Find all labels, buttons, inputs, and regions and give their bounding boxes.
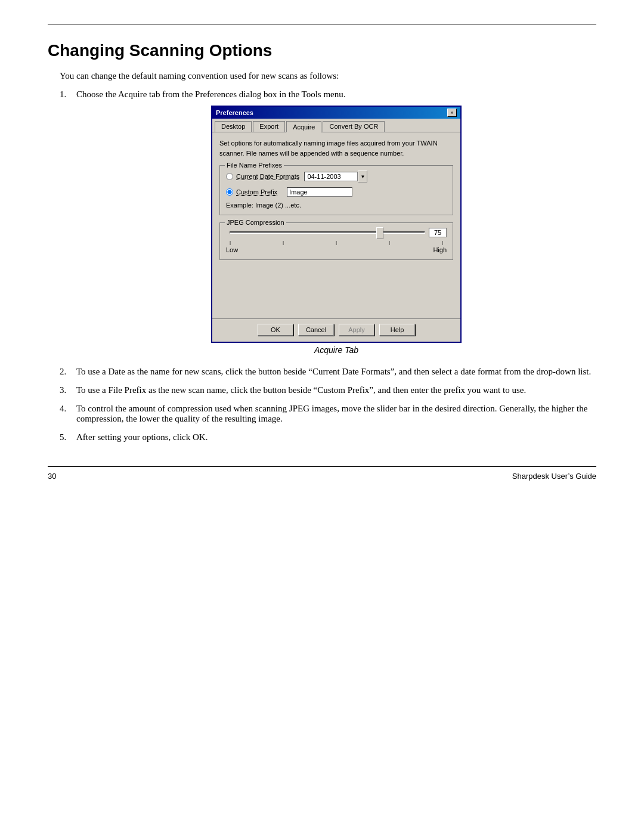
steps: 1. Choose the Acquire tab from the Prefe… xyxy=(60,89,596,442)
custom-radio-label: Custom Prefix xyxy=(236,188,277,196)
date-radio[interactable] xyxy=(226,173,233,180)
ok-button[interactable]: OK xyxy=(258,324,293,336)
step-3: 3. To use a File Prefix as the new scan … xyxy=(60,385,596,395)
tab-desktop[interactable]: Desktop xyxy=(215,121,252,132)
slider-high-label: High xyxy=(433,246,447,253)
guide-name: Sharpdesk User’s Guide xyxy=(512,472,596,481)
step-5: 5. After setting your options, click OK. xyxy=(60,432,596,442)
top-rule xyxy=(48,24,596,24)
page-title: Changing Scanning Options xyxy=(48,41,596,60)
step-2: 2. To use a Date as the name for new sca… xyxy=(60,367,596,377)
step-5-text: After setting your options, click OK. xyxy=(76,432,596,442)
file-name-group-label: File Name Prefixes xyxy=(225,162,284,169)
tick-1: | xyxy=(230,240,231,245)
step-3-num: 3. xyxy=(60,385,76,395)
step-4-text: To control the amount of compression use… xyxy=(76,404,596,424)
page-number: 30 xyxy=(48,472,56,481)
dialog-buttons: OK Cancel Apply Help xyxy=(212,318,460,342)
preferences-dialog: Preferences × Desktop Export xyxy=(211,106,462,343)
tab-acquire[interactable]: Acquire xyxy=(286,121,321,132)
tab-convert-by-ocr[interactable]: Convert By OCR xyxy=(323,121,385,132)
slider-container: 75 xyxy=(226,228,447,237)
dialog-close-button[interactable]: × xyxy=(447,109,457,117)
tick-5: | xyxy=(442,240,443,245)
date-dropdown-box: 04-11-2003 xyxy=(304,172,358,181)
dialog-caption: Acquire Tab xyxy=(314,345,358,355)
custom-prefix-input[interactable]: Image xyxy=(287,187,352,197)
close-icon: × xyxy=(450,110,453,116)
intro-text: You can change the default naming conven… xyxy=(60,71,596,81)
dialog-content: Set options for automatically naming ima… xyxy=(212,132,460,318)
example-text: Example: Image (2) ...etc. xyxy=(226,202,447,209)
footer: 30 Sharpdesk User’s Guide xyxy=(48,472,596,481)
step-3-text: To use a File Prefix as the new scan nam… xyxy=(76,385,596,395)
apply-button[interactable]: Apply xyxy=(339,324,374,336)
jpeg-group: JPEG Compression 75 | | | xyxy=(219,222,453,260)
empty-space xyxy=(219,265,453,312)
slider-low-label: Low xyxy=(226,246,238,253)
slider-thumb[interactable] xyxy=(376,227,383,239)
slider-labels: Low High xyxy=(226,246,447,253)
dialog-container: Preferences × Desktop Export xyxy=(76,106,596,355)
tick-3: | xyxy=(336,240,337,245)
dialog-description: Set options for automatically naming ima… xyxy=(219,138,453,158)
dialog-titlebar: Preferences × xyxy=(212,107,460,119)
date-dropdown: 04-11-2003 ▼ xyxy=(304,171,367,182)
file-name-group: File Name Prefixes Current Date Formats … xyxy=(219,165,453,215)
step-2-text: To use a Date as the name for new scans,… xyxy=(76,367,596,377)
jpeg-group-label: JPEG Compression xyxy=(225,219,286,226)
step-2-num: 2. xyxy=(60,367,76,377)
custom-radio[interactable] xyxy=(226,188,233,196)
step-4: 4. To control the amount of compression … xyxy=(60,404,596,424)
step-1-num: 1. xyxy=(60,89,76,358)
date-value: 04-11-2003 xyxy=(307,173,340,180)
step-1: 1. Choose the Acquire tab from the Prefe… xyxy=(60,89,596,358)
help-button[interactable]: Help xyxy=(379,324,415,336)
date-radio-label: Current Date Formats xyxy=(236,173,299,180)
slider-track[interactable] xyxy=(230,231,425,234)
step-1-text: Choose the Acquire tab from the Preferen… xyxy=(76,89,345,99)
slider-value: 75 xyxy=(429,228,447,237)
tick-4: | xyxy=(389,240,390,245)
tab-export[interactable]: Export xyxy=(253,121,285,132)
cancel-button[interactable]: Cancel xyxy=(298,324,334,336)
tick-2: | xyxy=(283,240,284,245)
bottom-rule xyxy=(48,466,596,467)
slider-ticks: | | | | | xyxy=(226,240,447,245)
step-5-num: 5. xyxy=(60,432,76,442)
step-4-num: 4. xyxy=(60,404,76,424)
dialog-title: Preferences xyxy=(216,109,253,116)
date-dropdown-arrow[interactable]: ▼ xyxy=(358,171,367,182)
dialog-tabs: Desktop Export Acquire Convert By OCR xyxy=(212,119,460,132)
custom-radio-row: Custom Prefix Image xyxy=(226,187,447,197)
date-radio-row: Current Date Formats 04-11-2003 ▼ xyxy=(226,171,447,182)
